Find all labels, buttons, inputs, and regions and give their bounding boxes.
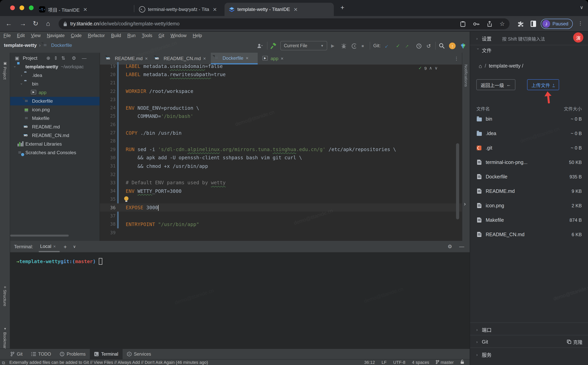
close-icon[interactable]: × — [53, 244, 56, 248]
close-tab-icon[interactable]: ✕ — [212, 7, 218, 12]
editor-scrollbar[interactable] — [456, 143, 459, 219]
file-row[interactable]: .git~ 0 B — [476, 140, 582, 155]
code-line[interactable]: 36EXPOSE 3000 — [100, 204, 462, 212]
code-line[interactable]: 35 — [100, 195, 462, 204]
close-tab-icon[interactable]: × — [145, 56, 148, 61]
menu-tools[interactable]: Tools — [142, 33, 152, 38]
file-row[interactable]: Makefile874 B — [476, 213, 582, 227]
code-line[interactable]: 31 && chmod +x /usr/bin/app — [100, 162, 462, 170]
toolwindow-button-terminal[interactable]: Terminal — [90, 349, 123, 359]
menu-git[interactable]: Git — [159, 33, 164, 38]
editor-tabs-more-icon[interactable]: ⋮ — [454, 56, 459, 61]
extensions-puzzle-icon[interactable] — [518, 21, 524, 27]
close-tab-icon[interactable]: × — [246, 55, 249, 61]
minimize-window-button[interactable] — [20, 6, 24, 10]
history-clock-icon[interactable] — [416, 41, 422, 50]
status-message[interactable]: Externally added files can be added to G… — [9, 360, 208, 365]
tree-chevron-icon[interactable]: › — [20, 73, 23, 77]
status-git-branch[interactable]: master — [436, 360, 454, 365]
terminal-tab-local[interactable]: Local× — [40, 243, 56, 250]
terminal-minimize-icon[interactable]: — — [459, 244, 464, 249]
code-line[interactable]: 21 — [100, 79, 462, 87]
git-push-icon[interactable]: ↑ — [403, 42, 412, 50]
stripe-notifications-tab[interactable]: Notifications — [464, 64, 469, 87]
files-path[interactable]: ⌂ / template-wetty / — [479, 63, 523, 69]
new-terminal-button[interactable]: + — [64, 243, 67, 250]
home-icon[interactable]: ⌂ — [46, 19, 50, 28]
browser-tab[interactable]: >_terminal-wetty-bwqryafz - Tita✕ — [135, 3, 224, 16]
status-item[interactable]: LF — [382, 360, 387, 365]
code-line[interactable]: 19LABEL metadata.usesubdomain=false — [100, 62, 462, 70]
tree-item[interactable]: External Libraries — [10, 140, 100, 148]
menu-navigate[interactable]: Navigate — [47, 33, 65, 38]
clipboard-icon[interactable] — [460, 21, 465, 27]
code-line[interactable]: 37 — [100, 212, 462, 220]
menu-view[interactable]: View — [31, 33, 41, 38]
stripe-structure-tab[interactable]: ≡Structure — [0, 286, 10, 306]
tree-item[interactable]: README_CN.md — [10, 131, 100, 140]
tree-item[interactable]: Dockerfile — [10, 97, 100, 105]
terminal-settings-gear-icon[interactable]: ⚙ — [448, 244, 452, 249]
horizontal-scrollbar[interactable] — [10, 235, 69, 237]
file-row[interactable]: README_CN.md6 KB — [476, 227, 582, 242]
back-icon[interactable]: ← — [6, 19, 12, 28]
hide-panel-icon[interactable]: — — [82, 56, 86, 61]
close-tab-icon[interactable]: ✕ — [293, 7, 299, 12]
tree-item[interactable]: Makefile — [10, 114, 100, 123]
close-tab-icon[interactable]: × — [203, 56, 206, 61]
code-line[interactable]: 25 COMMAND='/bin/bash' — [100, 112, 462, 120]
section-services[interactable]: ›服务 — [476, 351, 582, 358]
code-line[interactable]: 22WORKDIR /root/workspace — [100, 87, 462, 95]
tree-item[interactable]: icon.png — [10, 105, 100, 114]
code-line[interactable]: 26 — [100, 120, 462, 129]
project-panel-title[interactable]: Project — [23, 56, 37, 61]
file-row[interactable]: .idea~ 0 B — [476, 126, 582, 140]
clone-button[interactable]: 克隆 — [567, 338, 582, 345]
close-window-button[interactable] — [10, 6, 15, 10]
maximize-window-button[interactable] — [29, 6, 34, 10]
collapse-all-icon[interactable]: ⇅ — [61, 56, 65, 61]
file-row[interactable]: icon.png2 KB — [476, 198, 582, 213]
git-update-icon[interactable]: ↓ — [383, 42, 391, 50]
back-up-level-button[interactable]: 返回上一级← — [476, 79, 515, 90]
tab-search-chevron-icon[interactable]: ∨ — [580, 5, 583, 10]
file-row[interactable]: bin~ 0 B — [476, 112, 582, 126]
profiler-icon[interactable] — [351, 41, 357, 50]
breadcrumb-project[interactable]: template-wetty — [4, 42, 37, 48]
side-panel-icon[interactable] — [531, 21, 536, 27]
close-tab-icon[interactable]: × — [281, 56, 283, 61]
toolwindow-button-problems[interactable]: Problems — [55, 349, 90, 359]
search-everywhere-icon[interactable] — [439, 41, 445, 50]
breadcrumb-file[interactable]: Dockerfile — [51, 42, 72, 48]
stop-button[interactable]: ■ — [362, 41, 364, 50]
code-line[interactable]: 39 — [100, 228, 462, 237]
home-icon[interactable]: ⌂ — [479, 63, 482, 69]
section-ports[interactable]: ›端口 — [476, 326, 582, 333]
menu-edit[interactable]: Edit — [17, 33, 25, 38]
menu-refactor[interactable]: Refactor — [88, 33, 105, 38]
code-line[interactable]: 32 — [100, 170, 462, 179]
files-section-header[interactable]: › 文件 — [476, 46, 491, 54]
menu-code[interactable]: Code — [71, 33, 82, 38]
undo-icon[interactable]: ↺ — [426, 41, 431, 50]
code-line[interactable]: 23 — [100, 95, 462, 104]
settings-section[interactable]: › 设置 — [476, 35, 491, 42]
file-row[interactable]: Dockerfile935 B — [476, 169, 582, 184]
git-commit-icon[interactable]: ✓ — [396, 41, 400, 50]
intention-bulb-icon[interactable] — [124, 196, 128, 201]
code-line[interactable]: 27COPY ./bin /usr/bin — [100, 129, 462, 137]
stripe-project-tab[interactable]: ▣Project — [0, 61, 10, 79]
file-row[interactable]: README.md9 KB — [476, 184, 582, 198]
section-git[interactable]: ›Git克隆 — [476, 338, 582, 345]
tree-item[interactable]: Scratches and Consoles — [10, 148, 100, 157]
tree-item[interactable]: ›template-wetty~/workspac — [10, 63, 100, 71]
terminal-panel[interactable]: Terminal: Local× + ∨ ⚙ — → template-wett… — [10, 241, 470, 349]
menu-run[interactable]: Run — [127, 33, 135, 38]
menu-build[interactable]: Build — [111, 33, 121, 38]
code-line[interactable]: 34ENV WETTY_PORT=3000 — [100, 187, 462, 195]
code-line[interactable]: 24ENV NODE_ENV=production \ — [100, 104, 462, 112]
code-line[interactable]: 33# Default ENV params used by wetty — [100, 178, 462, 187]
upload-file-button[interactable]: 上传文件↑ — [527, 79, 559, 90]
build-hammer-icon[interactable] — [270, 41, 276, 50]
code-line[interactable]: 29RUN sed -i 's/dl-cdn.alpinelinux.org/m… — [100, 145, 462, 154]
